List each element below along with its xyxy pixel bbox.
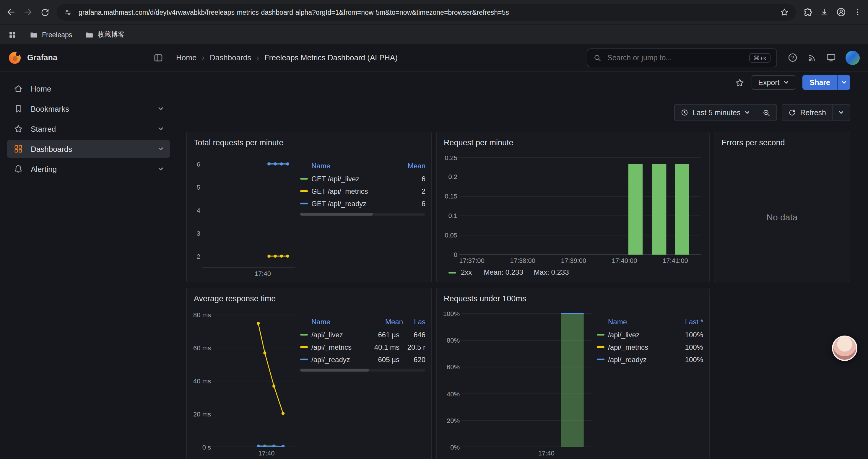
legend-row: /api/_readyz 100% [597, 353, 703, 366]
sidebar-item-label: Dashboards [31, 144, 72, 153]
y-tick: 40% [447, 390, 460, 397]
legend-header-last[interactable]: Last * [675, 318, 703, 326]
legend-scrollbar[interactable] [300, 369, 426, 371]
panel-title[interactable]: Total requests per minute [187, 132, 431, 153]
assistant-avatar[interactable] [832, 335, 857, 361]
series-last: 20.5 r [403, 343, 426, 351]
zoom-out-button[interactable] [756, 104, 777, 121]
x-tick: 17:41:00 [663, 257, 688, 264]
sidebar: Home Bookmarks Starred Dashboards [0, 71, 177, 459]
browser-menu-icon[interactable] [853, 8, 862, 17]
monitor-icon[interactable] [826, 53, 836, 63]
series-name[interactable]: GET /api/_livez [311, 174, 396, 183]
dashboard-subheader: Export Share [177, 71, 868, 93]
chevron-down-icon[interactable] [158, 126, 164, 132]
user-avatar[interactable] [845, 51, 860, 65]
series-name[interactable]: /api/_metrics [311, 343, 364, 351]
news-icon[interactable] [807, 53, 816, 62]
share-menu-button[interactable] [837, 75, 850, 90]
clock-icon [681, 109, 688, 117]
panel-title[interactable]: Request per minute [437, 132, 709, 153]
series-color-dash [300, 359, 308, 360]
sidebar-item-dashboards[interactable]: Dashboards [7, 140, 170, 158]
refresh-dashboard-button[interactable]: Refresh [782, 104, 833, 121]
y-tick: 100% [443, 310, 460, 317]
extensions-icon[interactable] [803, 7, 812, 17]
scrollbar-thumb[interactable] [300, 213, 373, 216]
legend-header-name[interactable]: Name [608, 318, 675, 326]
url-input[interactable] [78, 8, 775, 16]
downloads-icon[interactable] [819, 7, 829, 17]
bookmark-star-icon[interactable] [780, 8, 789, 17]
bookmark-item-blogs[interactable]: 收藏博客 [85, 30, 125, 39]
forward-icon[interactable] [23, 7, 33, 17]
series-last: 100% [675, 355, 703, 364]
series-name[interactable]: GET /api/_readyz [311, 199, 396, 208]
plot-area [459, 153, 701, 255]
url-bar[interactable] [57, 4, 796, 21]
breadcrumb-dashboards[interactable]: Dashboards [210, 53, 251, 62]
grafana-logo-icon[interactable] [8, 51, 21, 64]
brand-name[interactable]: Grafana [27, 53, 57, 62]
back-icon[interactable] [6, 7, 16, 17]
apps-grid-icon[interactable] [8, 30, 17, 39]
sidebar-item-bookmarks[interactable]: Bookmarks [7, 100, 170, 118]
legend-scrollbar[interactable] [300, 213, 426, 216]
sidebar-item-label: Home [31, 84, 51, 93]
sidebar-item-alerting[interactable]: Alerting [7, 160, 170, 178]
export-button[interactable]: Export [752, 75, 795, 90]
sidebar-item-starred[interactable]: Starred [7, 120, 170, 138]
x-tick: 17:40 [538, 450, 555, 457]
series-name[interactable]: /api/_metrics [608, 343, 671, 351]
chevron-down-icon[interactable] [158, 146, 164, 152]
x-axis: 17:37:00 17:38:00 17:39:00 17:40:00 17:4… [459, 255, 701, 265]
y-tick: 0% [450, 444, 460, 451]
chevron-down-icon[interactable] [158, 106, 164, 112]
plot-area [213, 308, 296, 447]
search-box[interactable]: ⌘+k [587, 48, 777, 67]
series-name[interactable]: 2xx [461, 268, 472, 276]
scrollbar-thumb[interactable] [300, 369, 369, 371]
series-name[interactable]: /api/_livez [311, 330, 364, 339]
share-button[interactable]: Share [803, 75, 838, 90]
home-icon [13, 84, 23, 93]
series-name[interactable]: /api/_livez [608, 330, 671, 339]
y-tick: 0 s [203, 444, 211, 451]
legend-header-name[interactable]: Name [311, 318, 371, 326]
legend-header-mean[interactable]: Mean [399, 162, 426, 170]
panel-title[interactable]: Average response time [187, 288, 431, 308]
x-tick: 17:40 [255, 270, 271, 277]
bookmark-item-freeleaps[interactable]: Freeleaps [30, 30, 72, 39]
panel-title[interactable]: Errors per second [714, 132, 850, 153]
y-tick: 0.2 [448, 173, 457, 181]
chart-requests-under-100ms: 100% 80% 60% 40% 20% 0% 17:40 [440, 308, 592, 459]
favorite-star-icon[interactable] [735, 78, 745, 87]
help-icon[interactable]: ? [788, 53, 798, 63]
legend-header-mean[interactable]: Mean [371, 318, 403, 326]
time-range-button[interactable]: Last 5 minutes [674, 104, 756, 121]
search-icon [593, 54, 601, 62]
legend-header-name[interactable]: Name [311, 162, 399, 170]
panel-title[interactable]: Requests under 100ms [437, 288, 709, 308]
refresh-interval-button[interactable] [832, 104, 850, 121]
legend-row: /api/_metrics 100% [597, 341, 703, 353]
legend-header-last[interactable]: Las [403, 318, 426, 326]
series-name[interactable]: GET /api/_metrics [311, 187, 396, 195]
series-name[interactable]: /api/_readyz [608, 355, 671, 364]
refresh-label: Refresh [800, 108, 826, 117]
header-icons: ? [788, 51, 860, 65]
y-tick: 40 ms [193, 378, 211, 385]
sidebar-item-home[interactable]: Home [7, 80, 170, 97]
series-color-dash [597, 334, 604, 335]
chart-total-requests: 6 5 4 3 2 17:40 [190, 153, 296, 278]
refresh-page-icon[interactable] [40, 7, 50, 17]
y-axis: 100% 80% 60% 40% 20% 0% [440, 308, 462, 447]
profile-icon[interactable] [836, 7, 846, 17]
breadcrumb-home[interactable]: Home [176, 53, 196, 62]
series-name[interactable]: /api/_readyz [311, 355, 364, 364]
chevron-down-icon[interactable] [158, 166, 164, 172]
site-info-icon[interactable] [64, 8, 72, 16]
series-color-dash [448, 271, 456, 273]
search-input[interactable] [606, 53, 745, 62]
sidebar-toggle-icon[interactable] [154, 53, 163, 62]
